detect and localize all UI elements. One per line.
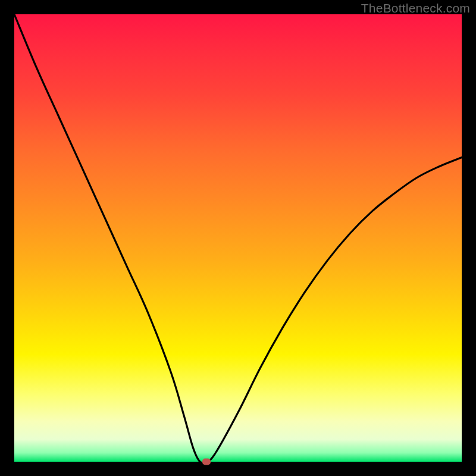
watermark-text: TheBottleneck.com xyxy=(361,1,470,15)
bottleneck-curve xyxy=(14,14,462,462)
plot-area xyxy=(14,14,462,462)
curve-path xyxy=(14,14,462,464)
optimum-marker xyxy=(202,459,211,465)
chart-frame: TheBottleneck.com xyxy=(0,0,476,476)
